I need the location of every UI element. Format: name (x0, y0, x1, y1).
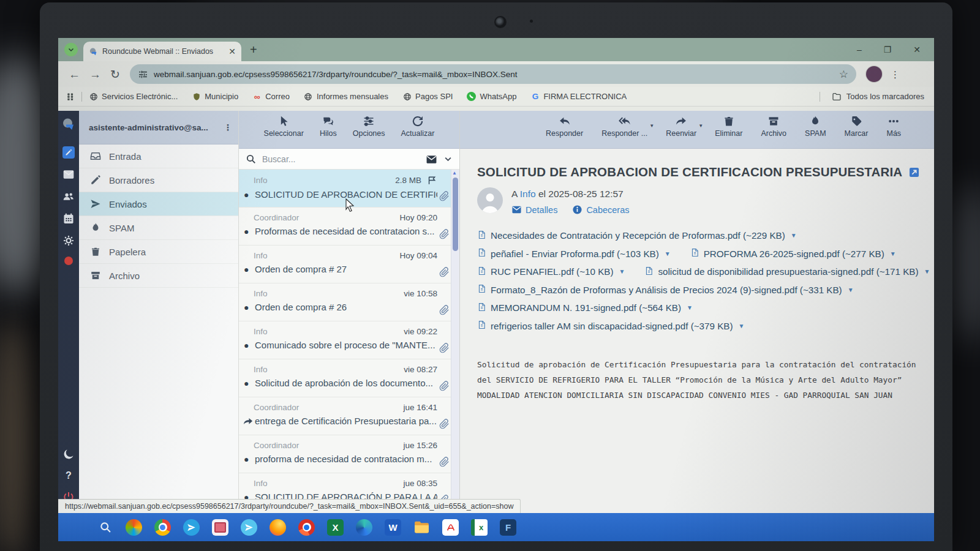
attachment-link[interactable]: peñafiel - Enviar Proforma.pdf (~103 KB)… (477, 248, 671, 259)
mail-scope-icon[interactable] (426, 154, 437, 164)
attachment-link[interactable]: solicitud de disponibilidad presupuestar… (644, 266, 930, 277)
all-bookmarks-button[interactable]: Todos los marcadores (813, 92, 924, 102)
toolbar-button-refresh[interactable]: Actualizar (401, 115, 435, 148)
browser-profile-avatar[interactable] (866, 66, 882, 82)
sidebar-folder-archivo[interactable]: Archivo (79, 264, 238, 288)
sidebar-folder-borradores[interactable]: Borradores (79, 168, 238, 192)
attachment-menu-icon[interactable]: ▼ (924, 268, 930, 275)
reader-button-fire[interactable]: SPAM (805, 115, 826, 148)
toolbar-button-cursor[interactable]: Seleccionar (264, 115, 304, 148)
reload-button[interactable]: ↻ (110, 69, 120, 80)
attachment-menu-icon[interactable]: ▼ (791, 232, 797, 239)
flag-icon[interactable] (427, 175, 437, 186)
url-text[interactable]: webmail.sanjuan.gob.ec/cpsess9598656217/… (154, 70, 829, 79)
attachment-link[interactable]: RUC PENAFIEL.pdf (~10 KB)▼ (477, 266, 625, 277)
apps-grid-icon[interactable] (66, 92, 75, 101)
reader-button-tag[interactable]: Marcar (845, 115, 869, 148)
telegram-icon[interactable] (183, 519, 200, 536)
message-row[interactable]: Infovie 10:58●Orden de compra # 26 (239, 283, 459, 321)
acrobat-icon[interactable] (442, 519, 459, 536)
browser-menu-icon[interactable]: ⋮ (891, 70, 900, 79)
caret-down-icon[interactable]: ▼ (649, 123, 654, 129)
spreadsheet-file-icon[interactable]: x (471, 519, 488, 536)
bookmark-item[interactable]: Pagos SPI (402, 92, 453, 101)
headers-link[interactable]: Cabeceras (572, 204, 629, 215)
contacts-icon[interactable] (62, 190, 75, 203)
attachment-menu-icon[interactable]: ▼ (687, 304, 693, 311)
bookmark-item[interactable]: Informes mensuales (304, 92, 388, 101)
bookmark-item[interactable]: WhatsApp (467, 92, 516, 101)
attachment-menu-icon[interactable]: ▼ (890, 250, 896, 257)
forward-button[interactable]: → (89, 69, 101, 80)
sidebar-folder-enviados[interactable]: Enviados (79, 192, 238, 216)
chevron-down-icon[interactable] (443, 154, 453, 163)
reader-button-archive[interactable]: Archivo (761, 115, 786, 148)
attachment-link[interactable]: PROFORMA 26-2025-signed.pdf (~277 KB)▼ (690, 248, 896, 259)
taskbar-search-icon[interactable] (97, 519, 113, 536)
tab-close-icon[interactable]: ✕ (228, 47, 236, 56)
copilot-icon[interactable] (126, 519, 142, 536)
message-row[interactable]: CoordinadorHoy 09:20●Proformas de necesi… (239, 208, 459, 246)
attachment-link[interactable]: Formato_8_Razón de Proformas y Análisis … (477, 284, 854, 295)
search-input[interactable] (261, 154, 421, 165)
attachment-link[interactable]: Necesidades de Contratación y Recepción … (477, 230, 797, 241)
calendar-icon[interactable] (62, 212, 75, 225)
toolbar-button-sliders[interactable]: Opciones (353, 115, 385, 148)
edge-icon[interactable] (356, 519, 372, 536)
scrollbar-thumb[interactable] (453, 178, 458, 251)
sidebar-folder-papelera[interactable]: Papelera (79, 240, 238, 264)
compose-button[interactable] (62, 146, 75, 159)
excel-icon[interactable]: X (327, 519, 344, 536)
sidebar-folder-spam[interactable]: SPAM (79, 216, 238, 240)
bookmark-item[interactable]: Municipio (192, 92, 238, 101)
message-row[interactable]: InfoHoy 09:04●Orden de compra # 27 (239, 246, 459, 283)
bookmark-item[interactable]: Servicios Electrónic... (89, 92, 178, 101)
attachment-link[interactable]: refrigerios taller AM sin discapacidad-s… (477, 320, 744, 331)
reader-button-reply[interactable]: Responder (546, 115, 583, 148)
caret-down-icon[interactable]: ▼ (698, 123, 703, 129)
list-scrollbar[interactable]: ▲ ▼ (451, 170, 459, 513)
message-row[interactable]: Infovie 09:22●Comunicado sobre el proces… (239, 321, 459, 359)
bookmark-star-icon[interactable]: ☆ (839, 68, 848, 81)
message-row[interactable]: Coordinadorjue 16:41entrega de Certifica… (239, 397, 459, 435)
reader-button-dotsh[interactable]: Más (886, 115, 901, 148)
browser-tab[interactable]: Roundcube Webmail :: Enviados ✕ (83, 42, 241, 61)
mail-icon[interactable] (62, 168, 75, 181)
file-explorer-icon[interactable] (413, 519, 430, 536)
settings-gear-icon[interactable] (62, 234, 75, 247)
bookmark-item[interactable]: GFIRMA ELECTRONICA (530, 92, 627, 101)
browser-beta-icon[interactable] (298, 519, 315, 536)
site-info-icon[interactable] (138, 69, 148, 80)
sidebar-folder-entrada[interactable]: Entrada (79, 144, 238, 168)
reader-button-forward[interactable]: Reenviar▼ (666, 115, 696, 148)
image-app-icon[interactable] (212, 519, 228, 536)
reader-button-trash[interactable]: Eliminar (715, 115, 742, 148)
attachment-menu-icon[interactable]: ▼ (619, 268, 625, 275)
tab-search-button[interactable] (64, 43, 78, 56)
maximize-button[interactable]: ❐ (884, 45, 892, 54)
dark-mode-moon-icon[interactable] (62, 448, 75, 460)
minimize-button[interactable]: – (857, 45, 862, 54)
recipient-link[interactable]: Info (520, 189, 536, 199)
new-tab-button[interactable]: + (250, 43, 257, 57)
message-row[interactable]: Infovie 08:27●Solicitud de aprobación de… (239, 359, 459, 397)
attachment-menu-icon[interactable]: ▼ (665, 250, 671, 257)
address-bar[interactable]: webmail.sanjuan.gob.ec/cpsess9598656217/… (130, 64, 856, 84)
external-link-icon[interactable] (908, 167, 920, 178)
account-header[interactable]: asistente-administrativo@sa... ⋮ (79, 111, 238, 144)
help-icon[interactable]: ? (66, 470, 72, 481)
attachment-link[interactable]: MEMORANDUM N. 191-signed.pdf (~564 KB)▼ (477, 302, 693, 313)
attachment-menu-icon[interactable]: ▼ (739, 323, 745, 329)
attachment-menu-icon[interactable]: ▼ (848, 287, 854, 293)
back-button[interactable]: ← (69, 69, 80, 80)
word-icon[interactable]: W (385, 519, 401, 536)
message-row[interactable]: Coordinadorjue 15:26●proforma de necesid… (239, 435, 459, 473)
messenger-app-icon[interactable] (241, 519, 257, 536)
start-button[interactable] (68, 519, 85, 536)
details-link[interactable]: Detalles (511, 204, 557, 215)
firefox-icon[interactable] (270, 519, 286, 536)
bookmark-item[interactable]: ∞Correo (252, 92, 290, 101)
scroll-up-icon[interactable]: ▲ (452, 170, 457, 176)
account-menu-icon[interactable]: ⋮ (224, 126, 232, 129)
f-app-icon[interactable]: F (500, 519, 516, 536)
